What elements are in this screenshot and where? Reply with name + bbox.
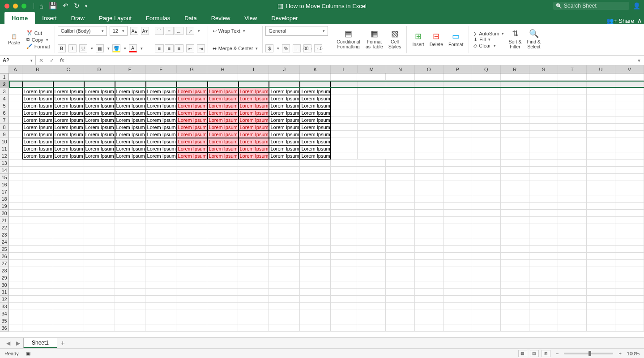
align-right-button[interactable]: ≡ (175, 44, 183, 52)
cell[interactable] (386, 95, 415, 102)
cell[interactable] (331, 152, 357, 160)
cell[interactable] (386, 210, 414, 217)
paste-button[interactable]: 📋 Paste (5, 33, 23, 46)
cell[interactable] (9, 203, 22, 210)
cell[interactable] (176, 167, 207, 174)
cell[interactable] (9, 238, 22, 246)
col-header[interactable]: M (358, 65, 386, 73)
cell[interactable] (472, 274, 501, 281)
cell[interactable] (300, 317, 331, 324)
cell[interactable] (53, 73, 84, 81)
font-name-select[interactable]: Calibri (Body)▾ (58, 26, 107, 36)
cell[interactable] (501, 145, 529, 152)
cell[interactable] (615, 145, 644, 152)
cell[interactable]: Lorem Ipsum (300, 152, 331, 160)
cell[interactable] (269, 260, 300, 267)
cell[interactable] (587, 231, 615, 238)
cell[interactable] (357, 246, 386, 253)
cell[interactable] (331, 124, 357, 131)
cell[interactable] (357, 210, 386, 217)
close-window-button[interactable] (4, 4, 9, 9)
cell[interactable] (9, 95, 22, 102)
cell[interactable] (9, 267, 22, 274)
cell[interactable] (300, 296, 331, 303)
cell[interactable] (587, 238, 615, 246)
cell[interactable] (207, 246, 238, 253)
prev-sheet-button[interactable]: ◀ (4, 340, 13, 346)
cell[interactable] (472, 303, 501, 310)
cell[interactable] (558, 73, 587, 81)
row-header[interactable]: 24 (0, 238, 9, 246)
cell[interactable] (472, 95, 501, 102)
cell[interactable] (53, 181, 84, 188)
col-header[interactable]: Q (472, 65, 501, 73)
cell[interactable] (587, 267, 615, 274)
increase-decimal-button[interactable]: .00→ (303, 44, 311, 52)
cell[interactable] (358, 102, 386, 109)
cell[interactable] (472, 109, 501, 116)
cell[interactable] (115, 253, 146, 260)
cell[interactable] (357, 73, 386, 81)
cell[interactable]: Lorem Ipsum (208, 116, 239, 124)
cell[interactable] (84, 217, 115, 224)
cell[interactable] (386, 267, 414, 274)
cell[interactable] (415, 324, 444, 332)
cell[interactable] (558, 224, 587, 231)
cell[interactable] (501, 116, 529, 124)
cell[interactable] (53, 238, 84, 246)
cell[interactable] (587, 145, 615, 152)
cell[interactable] (444, 274, 472, 281)
align-middle-button[interactable]: ≡ (165, 27, 174, 35)
cell[interactable] (472, 167, 501, 174)
cell[interactable] (331, 109, 357, 116)
cell[interactable]: Lorem Ipsum (22, 102, 53, 109)
tab-formulas[interactable]: Formulas (139, 12, 177, 24)
cell[interactable] (238, 303, 269, 310)
cell[interactable] (176, 160, 207, 167)
cell[interactable]: Lorem Ipsum (22, 116, 53, 124)
cell[interactable] (501, 131, 529, 138)
cell[interactable] (53, 324, 84, 332)
cell[interactable] (415, 81, 444, 88)
cell[interactable] (9, 124, 22, 131)
cell[interactable] (84, 296, 115, 303)
cell[interactable] (415, 138, 444, 145)
cell[interactable] (176, 174, 207, 181)
cell[interactable] (558, 317, 587, 324)
cell[interactable]: Lorem Ipsum (115, 152, 146, 160)
cell[interactable]: Lorem Ipsum (53, 138, 84, 145)
cell[interactable] (53, 224, 84, 231)
row-header[interactable]: 23 (0, 231, 9, 238)
cell[interactable] (386, 324, 414, 332)
cell[interactable] (357, 296, 386, 303)
cell[interactable] (22, 296, 53, 303)
cell[interactable] (176, 73, 207, 81)
cell[interactable] (587, 246, 615, 253)
cell[interactable] (529, 188, 558, 195)
col-header[interactable]: U (587, 65, 615, 73)
home-icon[interactable]: ⌂ (37, 2, 46, 10)
cell[interactable] (22, 160, 53, 167)
cell[interactable] (529, 317, 558, 324)
cell[interactable] (529, 289, 558, 296)
cell[interactable]: Lorem Ipsum (22, 145, 53, 152)
cell[interactable] (529, 152, 558, 160)
cell[interactable] (207, 195, 238, 203)
cell[interactable] (331, 296, 357, 303)
cell[interactable] (269, 289, 300, 296)
cell[interactable] (53, 267, 84, 274)
cell[interactable] (357, 238, 386, 246)
cell[interactable] (115, 296, 146, 303)
col-header[interactable]: B (22, 65, 53, 73)
cell[interactable] (444, 210, 472, 217)
cell[interactable]: Lorem Ipsum (115, 145, 146, 152)
cell[interactable] (331, 81, 357, 88)
cell[interactable] (145, 231, 176, 238)
cell[interactable]: Lorem Ipsum (177, 138, 208, 145)
cell[interactable] (587, 195, 615, 203)
cell[interactable] (558, 231, 587, 238)
row-header[interactable]: 7 (0, 116, 9, 124)
cell[interactable] (9, 167, 22, 174)
sort-filter-button[interactable]: ⇅Sort & Filter (506, 29, 524, 51)
cell[interactable] (269, 210, 300, 217)
